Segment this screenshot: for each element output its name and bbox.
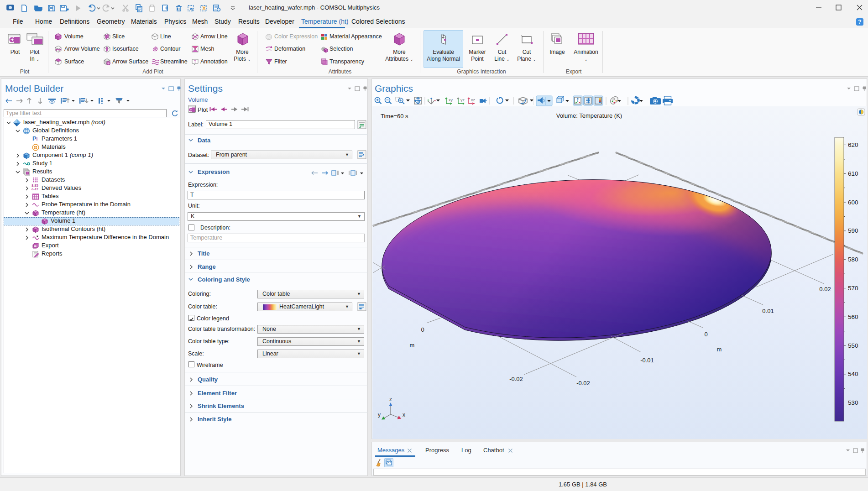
svg-text:590: 590 xyxy=(848,227,858,234)
svg-text:530: 530 xyxy=(848,399,858,406)
svg-text:-0.02: -0.02 xyxy=(576,380,590,387)
svg-text:0: 0 xyxy=(421,326,424,333)
svg-text:600: 600 xyxy=(848,199,858,206)
svg-text:-0.02: -0.02 xyxy=(509,376,523,382)
svg-text:610: 610 xyxy=(848,170,858,177)
svg-text:0: 0 xyxy=(704,331,707,338)
svg-text:m: m xyxy=(410,342,415,349)
svg-text:m: m xyxy=(717,346,722,353)
svg-text:Time=60 s: Time=60 s xyxy=(381,113,408,120)
svg-text:Volume: Temperature (K): Volume: Temperature (K) xyxy=(556,112,622,119)
svg-text:y: y xyxy=(378,412,381,418)
svg-text:560: 560 xyxy=(848,313,858,320)
svg-text:550: 550 xyxy=(848,342,858,349)
svg-text:0.01: 0.01 xyxy=(762,308,774,314)
svg-text:570: 570 xyxy=(848,285,858,292)
svg-text:x: x xyxy=(403,412,405,418)
svg-text:0.02: 0.02 xyxy=(819,286,831,293)
svg-text:z: z xyxy=(389,396,392,402)
svg-text:620: 620 xyxy=(848,141,858,148)
svg-text:-0.01: -0.01 xyxy=(640,357,654,364)
svg-text:540: 540 xyxy=(848,371,858,377)
svg-text:580: 580 xyxy=(848,256,858,263)
